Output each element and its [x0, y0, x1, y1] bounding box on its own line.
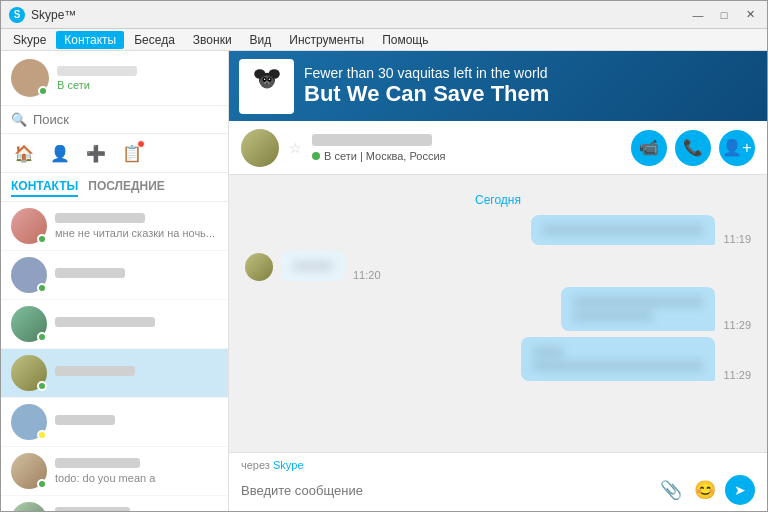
contact-details	[55, 268, 218, 282]
add-contact-button[interactable]: ➕	[81, 138, 111, 168]
app-window: S Skype™ — □ ✕ Skype Контакты Беседа Зво…	[0, 0, 768, 512]
menu-calls[interactable]: Звонки	[185, 31, 240, 49]
user-status: В сети	[57, 79, 218, 91]
contact-last-message: мне не читали сказки на ночь...	[55, 227, 218, 239]
contacts-list: мне не читали сказки на ночь...	[1, 202, 228, 511]
menu-contacts[interactable]: Контакты	[56, 31, 124, 49]
contact-online-indicator	[37, 283, 47, 293]
message-text	[543, 225, 703, 235]
via-label: через	[241, 459, 270, 471]
contact-online-indicator	[37, 381, 47, 391]
user-profile: В сети	[1, 51, 228, 106]
title-bar-controls: — □ ✕	[689, 6, 759, 24]
contact-online-indicator	[37, 479, 47, 489]
send-message-button[interactable]: ➤	[725, 475, 755, 505]
ad-text: Fewer than 30 vaquitas left in the world…	[304, 65, 549, 107]
list-item[interactable]	[1, 251, 228, 300]
nav-icons-bar: 🏠 👤 ➕ 📋	[1, 134, 228, 173]
attach-file-button[interactable]: 📎	[657, 476, 685, 504]
search-icon: 🔍	[11, 112, 27, 127]
list-item[interactable]	[1, 349, 228, 398]
maximize-button[interactable]: □	[715, 6, 733, 24]
contact-details	[55, 317, 218, 331]
message-text	[533, 361, 703, 371]
contacts-nav-button[interactable]: 👤	[45, 138, 75, 168]
tab-contacts[interactable]: КОНТАКТЫ	[11, 177, 78, 197]
chat-footer: через Skype 📎 😊 ➤	[229, 452, 767, 511]
tab-recent[interactable]: ПОСЛЕДНИЕ	[88, 177, 165, 197]
contact-name-blur	[55, 213, 145, 223]
message-row: 11:20	[245, 251, 751, 281]
ad-banner: Fewer than 30 vaquitas left in the world…	[229, 51, 767, 121]
menu-bar: Skype Контакты Беседа Звонки Вид Инструм…	[1, 29, 767, 51]
close-button[interactable]: ✕	[741, 6, 759, 24]
date-divider: Сегодня	[245, 193, 751, 207]
message-text	[573, 311, 653, 321]
sidebar: В сети 🔍 🏠 👤 ➕ 📋 КОНТАКТЫ	[1, 51, 229, 511]
chat-contact-status: В сети | Москва, Россия	[312, 150, 621, 162]
contact-name-blur	[55, 268, 125, 278]
user-online-indicator	[38, 86, 48, 96]
contact-name-blur	[55, 317, 155, 327]
contact-name-blur	[55, 415, 115, 425]
contact-name-blur	[55, 366, 135, 376]
contacts-tab-bar: КОНТАКТЫ ПОСЛЕДНИЕ	[1, 173, 228, 202]
favorite-star-icon[interactable]: ☆	[289, 140, 302, 156]
menu-beсeda[interactable]: Беседа	[126, 31, 183, 49]
menu-tools[interactable]: Инструменты	[281, 31, 372, 49]
contact-online-indicator	[37, 234, 47, 244]
message-row: 11:19	[245, 215, 751, 245]
message-row: 11:29	[245, 287, 751, 331]
skype-logo-icon: S	[9, 7, 25, 23]
contact-details	[55, 415, 218, 429]
contact-avatar-wrap	[11, 453, 47, 489]
svg-point-7	[268, 78, 270, 80]
emoji-button[interactable]: 😊	[691, 476, 719, 504]
window-title: Skype™	[31, 8, 76, 22]
menu-skype[interactable]: Skype	[5, 31, 54, 49]
list-item[interactable]: кккуру	[1, 496, 228, 511]
minimize-button[interactable]: —	[689, 6, 707, 24]
chat-action-buttons: 📹 📞 👤+	[631, 130, 755, 166]
svg-point-9	[266, 83, 268, 85]
contact-avatar-wrap	[11, 208, 47, 244]
contact-avatar-wrap	[11, 502, 47, 511]
contact-avatar-wrap	[11, 355, 47, 391]
chat-user-info: В сети | Москва, Россия	[312, 134, 621, 162]
menu-view[interactable]: Вид	[242, 31, 280, 49]
ad-line1: Fewer than 30 vaquitas left in the world	[304, 65, 549, 81]
chat-contact-avatar	[241, 129, 279, 167]
video-call-button[interactable]: 📹	[631, 130, 667, 166]
user-avatar-wrap	[11, 59, 49, 97]
menu-help[interactable]: Помощь	[374, 31, 436, 49]
message-bubble	[561, 287, 715, 331]
add-to-call-button[interactable]: 👤+	[719, 130, 755, 166]
via-skype-label: через Skype	[241, 459, 755, 471]
message-timestamp: 11:29	[723, 369, 751, 381]
search-bar: 🔍	[1, 106, 228, 134]
chat-panel: Fewer than 30 vaquitas left in the world…	[229, 51, 767, 511]
contact-avatar-wrap	[11, 306, 47, 342]
search-input[interactable]	[33, 112, 218, 127]
title-bar: S Skype™ — □ ✕	[1, 1, 767, 29]
message-timestamp: 11:29	[723, 319, 751, 331]
message-text	[293, 261, 333, 271]
notification-badge	[137, 140, 145, 148]
title-bar-left: S Skype™	[9, 7, 76, 23]
home-nav-button[interactable]: 🏠	[9, 138, 39, 168]
chat-messages-area: Сегодня 11:19 11:20	[229, 175, 767, 452]
list-item[interactable]	[1, 300, 228, 349]
contact-avatar-wrap	[11, 257, 47, 293]
list-item[interactable]: todo: do you mean a	[1, 447, 228, 496]
notifications-button[interactable]: 📋	[117, 138, 147, 168]
contact-details	[55, 366, 218, 380]
chat-contact-name	[312, 134, 432, 146]
message-bubble	[281, 251, 345, 281]
user-name-blur	[57, 66, 137, 76]
contact-online-indicator	[37, 332, 47, 342]
list-item[interactable]	[1, 398, 228, 447]
message-input[interactable]	[241, 483, 649, 498]
voice-call-button[interactable]: 📞	[675, 130, 711, 166]
list-item[interactable]: мне не читали сказки на ночь...	[1, 202, 228, 251]
ad-line2: But We Can Save Them	[304, 81, 549, 107]
